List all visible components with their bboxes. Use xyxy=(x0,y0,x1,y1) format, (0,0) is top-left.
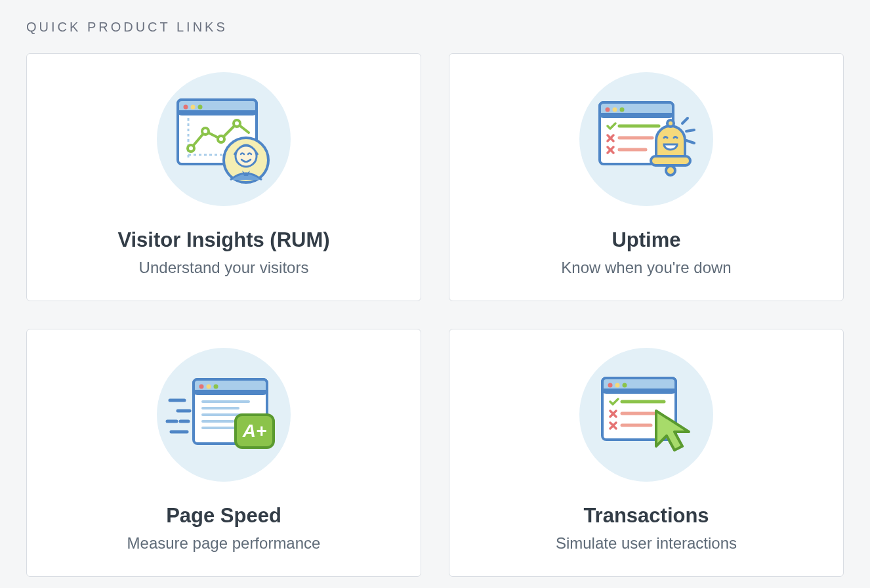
svg-point-19 xyxy=(620,108,625,112)
card-subtitle: Understand your visitors xyxy=(139,259,309,277)
svg-point-13 xyxy=(236,146,257,167)
svg-point-50 xyxy=(608,383,613,388)
svg-point-38 xyxy=(207,385,211,389)
svg-rect-16 xyxy=(600,113,673,117)
svg-point-9 xyxy=(202,128,209,135)
svg-text:A+: A+ xyxy=(242,421,267,441)
svg-point-18 xyxy=(613,108,617,112)
svg-rect-27 xyxy=(651,156,690,165)
svg-point-5 xyxy=(198,105,203,110)
svg-rect-36 xyxy=(194,390,267,394)
svg-point-51 xyxy=(615,383,620,388)
card-title: Visitor Insights (RUM) xyxy=(117,228,329,252)
transactions-icon xyxy=(579,348,713,482)
page-speed-icon: A+ xyxy=(157,348,291,482)
card-title: Transactions xyxy=(583,504,709,528)
svg-point-37 xyxy=(199,385,204,389)
uptime-icon xyxy=(579,72,713,206)
svg-point-8 xyxy=(188,145,194,152)
card-subtitle: Measure page performance xyxy=(127,534,321,553)
card-title: Page Speed xyxy=(166,504,281,528)
svg-point-39 xyxy=(214,385,218,389)
svg-line-24 xyxy=(686,130,694,131)
svg-line-23 xyxy=(682,118,688,123)
card-subtitle: Know when you're down xyxy=(561,259,731,277)
svg-point-11 xyxy=(234,120,240,127)
svg-point-4 xyxy=(191,105,196,110)
svg-rect-49 xyxy=(602,388,676,392)
svg-point-52 xyxy=(623,383,627,388)
svg-line-25 xyxy=(686,140,694,143)
svg-rect-2 xyxy=(178,110,257,114)
svg-point-17 xyxy=(606,108,610,112)
card-subtitle: Simulate user interactions xyxy=(556,534,737,553)
svg-point-10 xyxy=(218,136,224,142)
svg-point-26 xyxy=(667,120,674,127)
card-transactions[interactable]: Transactions Simulate user interactions xyxy=(449,329,844,577)
svg-point-3 xyxy=(184,105,188,110)
section-title: QUICK PRODUCT LINKS xyxy=(26,20,844,35)
card-page-speed[interactable]: A+ Page Speed Measure page performance xyxy=(26,329,421,577)
visitor-insights-icon xyxy=(157,72,291,206)
card-title: Uptime xyxy=(611,228,680,252)
card-visitor-insights[interactable]: Visitor Insights (RUM) Understand your v… xyxy=(26,53,421,301)
card-grid: Visitor Insights (RUM) Understand your v… xyxy=(26,53,844,577)
card-uptime[interactable]: Uptime Know when you're down xyxy=(449,53,844,301)
svg-point-28 xyxy=(666,166,675,175)
